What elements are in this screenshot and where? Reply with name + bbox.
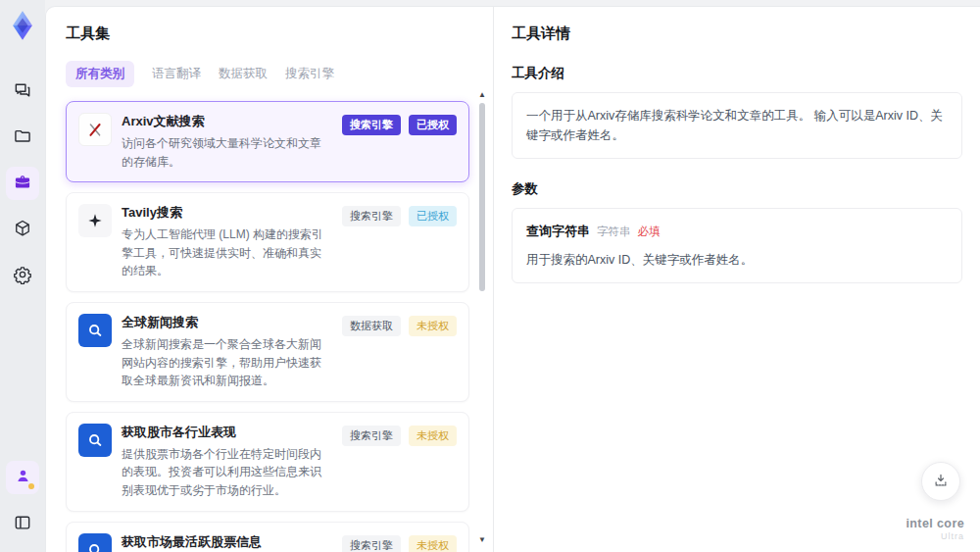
category-badge: 搜索引擎 [342, 206, 401, 226]
download-button[interactable] [921, 462, 960, 501]
tool-title: 获取股市各行业表现 [122, 424, 332, 441]
tool-description: 提供股票市场各个行业在特定时间段内的表现。投资者可以利用这些信息来识别表现优于或… [122, 445, 332, 500]
tool-description: 全球新闻搜索是一个聚合全球各大新闻网站内容的搜索引擎，帮助用户快速获取全球最新资… [122, 335, 332, 390]
intro-heading: 工具介绍 [512, 65, 962, 82]
category-tabs: 所有类别 语言翻译 数据获取 搜索引擎 [66, 61, 493, 87]
tool-title: Tavily搜索 [122, 204, 332, 222]
panel-toggle-icon [13, 513, 32, 535]
tab-data-fetch[interactable]: 数据获取 [219, 61, 268, 87]
category-badge: 搜索引擎 [342, 535, 401, 552]
cube-icon [13, 219, 32, 241]
arxiv-logo-icon [78, 113, 112, 146]
category-badge: 搜索引擎 [342, 115, 401, 135]
category-badge: 数据获取 [342, 316, 401, 336]
tool-badges: 搜索引擎 已授权 [342, 204, 457, 280]
tool-card-arxiv[interactable]: Arxiv文献搜索 访问各个研究领域大量科学论文和文章的存储库。 搜索引擎 已授… [66, 101, 469, 182]
briefcase-icon [13, 173, 32, 195]
tab-language-translation[interactable]: 语言翻译 [152, 61, 201, 87]
nav-files-button[interactable] [6, 121, 39, 154]
scrollbar-thumb[interactable] [479, 103, 485, 291]
tool-text: 全球新闻搜索 全球新闻搜索是一个聚合全球各大新闻网站内容的搜索引擎，帮助用户快速… [122, 314, 332, 390]
tool-badges: 数据获取 未授权 [342, 314, 457, 390]
left-rail [0, 0, 45, 552]
tool-details-panel: 工具详情 工具介绍 一个用于从Arxiv存储库搜索科学论文和文章的工具。 输入可… [494, 7, 980, 552]
intro-text: 一个用于从Arxiv存储库搜索科学论文和文章的工具。 输入可以是Arxiv ID… [526, 109, 943, 142]
tool-text: 获取市场最活跃股票信息 提供当天交易量最高的股票列表，投资者可以利用这些信息来识… [122, 533, 332, 552]
content-area: 工具集 所有类别 语言翻译 数据获取 搜索引擎 A [45, 6, 980, 552]
auth-status-badge: 未授权 [409, 426, 457, 446]
gear-icon [13, 265, 32, 287]
list-scrollbar[interactable]: ▲ ▼ [476, 91, 488, 546]
toolset-panel: 工具集 所有类别 语言翻译 数据获取 搜索引擎 A [46, 7, 494, 552]
param-type: 字符串 [597, 223, 631, 240]
param-name: 查询字符串 [526, 222, 590, 242]
tool-text: 获取股市各行业表现 提供股票市场各个行业在特定时间段内的表现。投资者可以利用这些… [122, 424, 332, 500]
intel-core-text: intel core [906, 517, 964, 531]
params-heading: 参数 [512, 180, 962, 198]
intel-core-logo: intel core Ultra [906, 517, 964, 542]
intel-ultra-text: Ultra [906, 531, 964, 542]
intro-box: 一个用于从Arxiv存储库搜索科学论文和文章的工具。 输入可以是Arxiv ID… [512, 92, 962, 159]
scroll-down-arrow-icon[interactable]: ▼ [476, 536, 488, 544]
blue-magnifier-icon [78, 424, 112, 457]
app-window: 工具集 所有类别 语言翻译 数据获取 搜索引擎 A [0, 0, 980, 552]
auth-status-badge: 已授权 [409, 115, 457, 135]
param-box: 查询字符串 字符串 必填 用于搜索的Arxiv ID、关键字或作者姓名。 [512, 208, 962, 283]
notification-dot [28, 483, 34, 489]
tool-card-global-news[interactable]: 全球新闻搜索 全球新闻搜索是一个聚合全球各大新闻网站内容的搜索引擎，帮助用户快速… [66, 302, 469, 402]
tool-card-active-stocks[interactable]: 获取市场最活跃股票信息 提供当天交易量最高的股票列表，投资者可以利用这些信息来识… [66, 522, 469, 552]
tab-all-categories[interactable]: 所有类别 [66, 61, 134, 87]
category-badge: 搜索引擎 [342, 426, 401, 446]
blue-magnifier-icon [78, 533, 112, 552]
app-logo-icon [8, 10, 37, 41]
tool-title: 获取市场最活跃股票信息 [122, 533, 332, 551]
collapse-sidebar-button[interactable] [6, 507, 39, 540]
folder-icon [13, 126, 32, 149]
tool-text: Arxiv文献搜索 访问各个研究领域大量科学论文和文章的存储库。 [122, 113, 332, 171]
auth-status-badge: 未授权 [409, 316, 457, 336]
auth-status-badge: 已授权 [409, 206, 457, 226]
param-header: 查询字符串 字符串 必填 [526, 222, 948, 242]
tool-card-sector-performance[interactable]: 获取股市各行业表现 提供股票市场各个行业在特定时间段内的表现。投资者可以利用这些… [66, 412, 469, 512]
user-profile-button[interactable] [6, 461, 39, 494]
chat-icon [13, 80, 32, 103]
auth-status-badge: 未授权 [409, 535, 457, 552]
param-required-badge: 必填 [638, 223, 661, 240]
nav-models-button[interactable] [6, 213, 39, 246]
tool-text: Tavily搜索 专为人工智能代理 (LLM) 构建的搜索引擎工具，可快速提供实… [122, 204, 332, 280]
tool-description: 专为人工智能代理 (LLM) 构建的搜索引擎工具，可快速提供实时、准确和真实的结… [122, 226, 332, 280]
nav-settings-button[interactable] [6, 259, 39, 292]
tool-badges: 搜索引擎 已授权 [342, 113, 457, 171]
tool-description: 访问各个研究领域大量科学论文和文章的存储库。 [122, 134, 332, 171]
blue-magnifier-icon [78, 314, 112, 347]
tool-badges: 搜索引擎 未授权 [342, 424, 457, 500]
download-icon [932, 472, 950, 492]
tab-search-engine[interactable]: 搜索引擎 [285, 61, 334, 87]
tool-badges: 搜索引擎 未授权 [342, 533, 457, 552]
page-title: 工具集 [66, 25, 493, 43]
tavily-star-icon [78, 204, 112, 237]
tool-list: Arxiv文献搜索 访问各个研究领域大量科学论文和文章的存储库。 搜索引擎 已授… [66, 101, 469, 552]
tool-card-tavily[interactable]: Tavily搜索 专为人工智能代理 (LLM) 构建的搜索引擎工具，可快速提供实… [66, 192, 469, 292]
scroll-up-arrow-icon[interactable]: ▲ [476, 91, 488, 99]
tool-title: Arxiv文献搜索 [122, 113, 332, 130]
param-description: 用于搜索的Arxiv ID、关键字或作者姓名。 [526, 250, 948, 270]
tool-title: 全球新闻搜索 [122, 314, 332, 331]
details-title: 工具详情 [512, 25, 962, 43]
nav-tools-button[interactable] [6, 167, 39, 200]
nav-chat-button[interactable] [6, 75, 39, 108]
